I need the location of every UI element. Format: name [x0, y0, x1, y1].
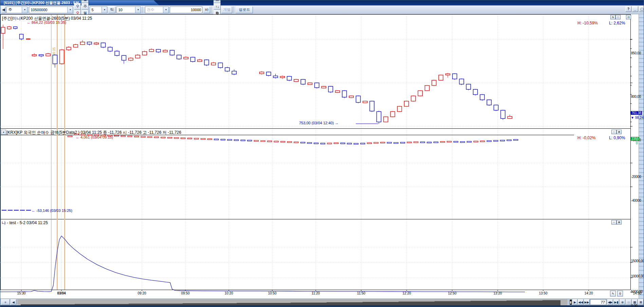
low-price-annotation: 753,00 (03/04 12:40) →: [299, 121, 338, 125]
last-price-badge: 761.38: [631, 111, 642, 115]
individual-button: 개별: [221, 6, 232, 13]
page-number-input[interactable]: [590, 299, 606, 305]
xaxis-tick-label: 13:20: [493, 291, 502, 295]
panel2-header: [KRX]KP 외국인 순매수 금액(5분Data2 ) 03/04 11:25…: [6, 130, 181, 136]
sort-arrows-icon[interactable]: ↑↓: [214, 3, 221, 10]
xaxis-tick-label: 09:50: [181, 291, 189, 295]
y-axis-label: 15000,00: [631, 259, 644, 263]
chevron-down-icon[interactable]: ▼: [22, 7, 27, 13]
chart-window: [6101] [주간]미니KP200 선물연결-2603 - 5분 ❖ ✕ ◀ …: [0, 0, 644, 307]
expand-horizontal-button[interactable]: ◀▶: [607, 299, 613, 305]
xaxis-tick-label: 10:20: [224, 291, 233, 295]
collapse-toolbar-button[interactable]: ◀: [1, 6, 5, 13]
y-axis-label: 850,00: [631, 51, 641, 55]
panel1-corner-button[interactable]: ⊡: [626, 15, 631, 19]
test-line-series: [0, 236, 525, 292]
panel3-minimize-button[interactable]: −: [611, 220, 617, 224]
chevron-down-icon: ▼: [163, 7, 168, 13]
high-price-annotation: ← 864,22 (03/03 15:35): [27, 20, 66, 24]
panel2-low-pct: L: 0,90%: [609, 136, 625, 140]
toolbar-separator: [211, 6, 212, 13]
xaxis-tick-label: 13:50: [539, 291, 547, 295]
tick-count-combo[interactable]: 10 ▼: [116, 6, 141, 13]
window-bottom-edge: [0, 305, 644, 307]
bottom-bar: ≡ ◀ ▮▶◀◀▶▶ ◀▶▶▮⊕⊖▦⊠: [0, 299, 644, 306]
tick-button[interactable]: 틱: [108, 6, 115, 13]
chart-area: 03/04 09:05 [주간]미니KP200 선물연결-2603(5분) 03…: [0, 14, 644, 299]
count-label: 건수: [145, 7, 163, 12]
symbol-code-combo[interactable]: 10500000 ▼: [29, 6, 73, 13]
chevron-down-icon[interactable]: ▼: [135, 7, 141, 13]
toolbar-separator: [143, 6, 143, 13]
count-combo: 건수 ▼: [145, 6, 169, 13]
step-forward-button[interactable]: ▶: [572, 299, 577, 305]
panel2-minimize-button[interactable]: −: [611, 130, 617, 134]
panel1-normal-button[interactable]: N: [610, 15, 615, 19]
bars-unit-button[interactable]: 바: [203, 6, 210, 13]
xaxis-tick-label: 03/04: [57, 291, 66, 295]
y-axis-label: -20000: [631, 175, 641, 179]
xaxis-tick-label: 09:20: [137, 291, 146, 295]
panel1-restore-button[interactable]: □: [615, 15, 621, 19]
price-change-label: ▼ 98,24: [631, 116, 644, 120]
peak-value-annotation: ← 4,061 (03/04 09:15): [76, 135, 113, 139]
interval-combo[interactable]: 5 ▼: [90, 6, 107, 13]
zoom-search-icon[interactable]: ⚲: [74, 3, 81, 10]
right-scroll-strip[interactable]: [639, 14, 644, 299]
chevron-down-icon[interactable]: ▼: [67, 7, 73, 13]
chevron-down-icon[interactable]: ▼: [102, 7, 107, 13]
zoom-in-button[interactable]: ⊕: [620, 299, 625, 305]
help-button[interactable]: ?: [625, 6, 631, 12]
toolbar: ◀ 주 ▼ 10500000 ▼ ⚲⚲ 일주월분 5 ▼ 틱 10 ▼ 건수 ▼…: [0, 5, 644, 14]
page-last-button[interactable]: ▶▶: [584, 299, 590, 305]
page-first-button[interactable]: ◀◀: [578, 299, 584, 305]
xaxis-tick-label: 15:30: [17, 291, 25, 295]
draw-pencil-icon[interactable]: ✎: [610, 291, 616, 296]
period-value: 주: [7, 7, 22, 12]
panel1-low-pct: L: 2,62%: [609, 21, 625, 25]
xaxis-tick-label: 10:50: [268, 291, 276, 295]
period-combo[interactable]: 주 ▼: [6, 6, 27, 13]
xaxis-tick-label: 12:50: [448, 291, 456, 295]
data-minimap[interactable]: [17, 299, 567, 305]
panel3-close-button[interactable]: ⊠: [617, 220, 622, 224]
panel1-high-pct: H: -10,59%: [577, 21, 598, 25]
xaxis-tick-label: 11:50: [357, 291, 365, 295]
axis-magnifier-icon[interactable]: ⚲: [617, 291, 623, 296]
foreign-net-dashes: [2, 134, 518, 211]
upload-button[interactable]: 업로드: [236, 6, 253, 13]
indicator-badge: 2355: [631, 137, 639, 141]
toolbar-separator: [234, 6, 234, 13]
xaxis-corner-label: 14:50: [633, 291, 641, 295]
go-to-end-button[interactable]: ▶▮: [613, 299, 619, 305]
position-slider[interactable]: ▮: [569, 299, 572, 305]
window-title: [6101] [주간]미니KP200 선물연결-2603 - 5분: [4, 0, 79, 5]
tick-count-value: 10: [117, 8, 135, 12]
panel2-dropdown-button[interactable]: ▼: [1, 130, 6, 135]
y-axis-label: 0,00: [631, 304, 637, 307]
bar-chart-icon[interactable]: ılı: [214, 0, 221, 3]
maximize-button[interactable]: ▢: [639, 6, 644, 12]
panel2-high-pct: H: -0,02%: [577, 136, 595, 140]
minimize-button[interactable]: _: [632, 6, 638, 12]
symbol-code-value: 10500000: [29, 8, 67, 12]
zoom-out-button: ⊖: [626, 299, 631, 305]
panel2-close-button[interactable]: ⊠: [617, 130, 622, 134]
title-bar: [6101] [주간]미니KP200 선물연결-2603 - 5분 ❖ ✕: [0, 0, 644, 5]
y-axis-label: -40000: [631, 199, 641, 202]
y-axis-label: 800,00: [631, 95, 641, 98]
xaxis-tick-label: 11:20: [312, 291, 320, 295]
close-view-button[interactable]: ⊠: [638, 299, 644, 305]
y-axis-label: 10000,00: [631, 274, 644, 278]
bar-count-input[interactable]: [170, 6, 202, 13]
indicator-badge-sub: 0: [636, 141, 638, 145]
xaxis-tick-label: 12:20: [402, 291, 411, 295]
window-controls: ? _ ▢: [625, 6, 642, 12]
timeframe-button-item[interactable]: 주: [81, 3, 89, 10]
scroll-left-button[interactable]: ◀: [11, 299, 16, 305]
chart-canvas[interactable]: 03/04 09:05: [0, 14, 644, 299]
panel3-header: 나 - test - 5-2 03/04 11:25: [2, 220, 48, 226]
prev-session-annotation: ← -53,146 (03/03 15:25): [32, 209, 72, 213]
bottom-menu-button[interactable]: ≡: [1, 299, 10, 305]
timeframe-button-item[interactable]: 일: [81, 0, 89, 3]
